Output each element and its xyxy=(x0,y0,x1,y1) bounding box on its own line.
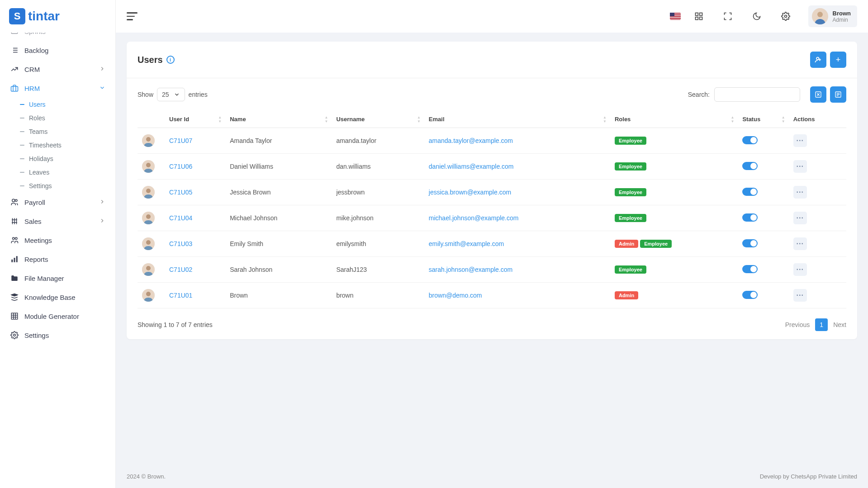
status-toggle[interactable] xyxy=(742,265,758,273)
user-id-link[interactable]: C71U06 xyxy=(169,163,192,170)
sidebar-item-sprints[interactable]: Sprints xyxy=(4,33,112,41)
user-id-link[interactable]: C71U02 xyxy=(169,266,192,273)
add-user-button[interactable]: + xyxy=(830,52,846,68)
page-footer: 2024 © Brown. Develop by ChetsApp Privat… xyxy=(116,465,868,488)
sidebar-item-crm[interactable]: CRM xyxy=(4,60,112,79)
page-content: Users i + Show xyxy=(116,33,868,465)
row-actions-button[interactable]: ··· xyxy=(793,289,807,302)
column-email[interactable]: Email▲▼ xyxy=(424,111,610,128)
email-link[interactable]: brown@demo.com xyxy=(429,292,482,299)
sidebar-sub-timesheets[interactable]: Timesheets xyxy=(14,138,112,152)
email-link[interactable]: sarah.johnson@example.com xyxy=(429,266,512,273)
status-toggle[interactable] xyxy=(742,239,758,247)
page-prev[interactable]: Previous xyxy=(785,321,810,328)
search-input[interactable] xyxy=(714,87,800,102)
roles-cell: Employee xyxy=(610,180,738,205)
menu-toggle[interactable] xyxy=(127,11,141,22)
svg-point-12 xyxy=(15,237,18,240)
backlog-icon xyxy=(10,46,19,55)
svg-rect-0 xyxy=(11,33,18,33)
role-badge-employee: Employee xyxy=(615,214,646,222)
page-next[interactable]: Next xyxy=(833,321,846,328)
brand-logo-mark: S xyxy=(9,8,25,24)
sidebar-sub-holidays[interactable]: Holidays xyxy=(14,152,112,166)
language-flag-icon[interactable] xyxy=(670,13,681,20)
dark-mode-icon[interactable] xyxy=(750,10,763,23)
email-link[interactable]: emily.smith@example.com xyxy=(429,240,504,247)
status-toggle[interactable] xyxy=(742,291,758,299)
email-link[interactable]: michael.johnson@example.com xyxy=(429,214,519,222)
dash-icon xyxy=(20,118,24,118)
role-badge-employee: Employee xyxy=(640,240,672,248)
row-actions-button[interactable]: ··· xyxy=(793,263,807,276)
sales-icon xyxy=(10,217,19,226)
column-user-id[interactable]: User Id▲▼ xyxy=(165,111,225,128)
email-link[interactable]: jessica.brown@example.com xyxy=(429,189,511,196)
sidebar-item-module-generator[interactable]: Module Generator xyxy=(4,307,112,326)
info-icon[interactable]: i xyxy=(166,56,175,64)
row-actions-button[interactable]: ··· xyxy=(793,134,807,147)
column-status[interactable]: Status▲▼ xyxy=(738,111,788,128)
status-toggle[interactable] xyxy=(742,188,758,196)
export-excel-button[interactable] xyxy=(810,86,826,103)
email-link[interactable]: amanda.taylor@example.com xyxy=(429,137,513,144)
sidebar-sub-leaves[interactable]: Leaves xyxy=(14,166,112,179)
svg-point-35 xyxy=(146,163,151,167)
user-profile-chip[interactable]: Brown Admin xyxy=(808,5,857,27)
table-row: C71U06Daniel Williamsdan.williamsdaniel.… xyxy=(138,154,846,180)
sidebar-item-knowledge-base[interactable]: Knowledge Base xyxy=(4,288,112,307)
row-actions-button[interactable]: ··· xyxy=(793,237,807,250)
assign-user-button[interactable] xyxy=(810,52,826,68)
row-actions-button[interactable]: ··· xyxy=(793,160,807,173)
page-title: Users i xyxy=(138,55,175,65)
svg-rect-16 xyxy=(11,313,18,319)
user-id-link[interactable]: C71U05 xyxy=(169,189,192,196)
row-actions-button[interactable]: ··· xyxy=(793,186,807,199)
sidebar-item-sales[interactable]: Sales xyxy=(4,212,112,231)
username-cell: mike.johnson xyxy=(332,205,424,231)
column-avatar xyxy=(138,111,165,128)
column-username[interactable]: Username▲▼ xyxy=(332,111,424,128)
per-page-select[interactable]: 25 xyxy=(157,88,185,101)
status-toggle[interactable] xyxy=(742,213,758,222)
sidebar-sub-teams[interactable]: Teams xyxy=(14,125,112,138)
role-badge-employee: Employee xyxy=(615,162,646,171)
user-id-link[interactable]: C71U01 xyxy=(169,292,192,299)
chevron-right-icon xyxy=(99,66,105,73)
sidebar-item-file-manager[interactable]: File Manager xyxy=(4,269,112,288)
status-toggle[interactable] xyxy=(742,136,758,144)
page-1[interactable]: 1 xyxy=(815,318,828,331)
user-avatar xyxy=(812,8,828,24)
status-toggle[interactable] xyxy=(742,162,758,170)
sidebar-item-label: Knowledge Base xyxy=(24,294,76,301)
sidebar-item-settings[interactable]: Settings xyxy=(4,326,112,345)
dash-icon xyxy=(20,172,24,173)
apps-grid-icon[interactable] xyxy=(693,10,705,23)
column-name[interactable]: Name▲▼ xyxy=(225,111,332,128)
column-roles[interactable]: Roles▲▼ xyxy=(610,111,738,128)
chevron-down-icon xyxy=(174,91,180,98)
sidebar-sub-roles[interactable]: Roles xyxy=(14,111,112,125)
sidebar-item-payroll[interactable]: Payroll xyxy=(4,193,112,212)
sidebar-nav: SprintsBacklogCRMHRMUsersRolesTeamsTimes… xyxy=(0,33,115,488)
brand-logo[interactable]: S tintar xyxy=(9,8,60,24)
sidebar-item-label: Meetings xyxy=(24,237,52,244)
fullscreen-icon[interactable] xyxy=(721,10,734,23)
email-link[interactable]: daniel.williams@example.com xyxy=(429,163,514,170)
export-csv-button[interactable] xyxy=(830,86,846,103)
row-actions-button[interactable]: ··· xyxy=(793,212,807,224)
column-actions[interactable]: Actions xyxy=(789,111,846,128)
sort-icon: ▲▼ xyxy=(730,115,734,123)
sidebar-sub-settings[interactable]: Settings xyxy=(14,179,112,193)
sidebar-sub-users[interactable]: Users xyxy=(14,98,112,111)
settings-gear-icon[interactable] xyxy=(779,10,792,23)
sidebar-item-reports[interactable]: Reports xyxy=(4,250,112,269)
sidebar-item-label: Settings xyxy=(24,332,49,339)
user-id-link[interactable]: C71U03 xyxy=(169,240,192,247)
sidebar-item-meetings[interactable]: Meetings xyxy=(4,231,112,250)
user-id-link[interactable]: C71U04 xyxy=(169,214,192,222)
table-row: C71U01Brownbrownbrown@demo.comAdmin··· xyxy=(138,283,846,308)
sidebar-item-hrm[interactable]: HRM xyxy=(4,79,112,98)
user-id-link[interactable]: C71U07 xyxy=(169,137,192,144)
sidebar-item-backlog[interactable]: Backlog xyxy=(4,41,112,60)
